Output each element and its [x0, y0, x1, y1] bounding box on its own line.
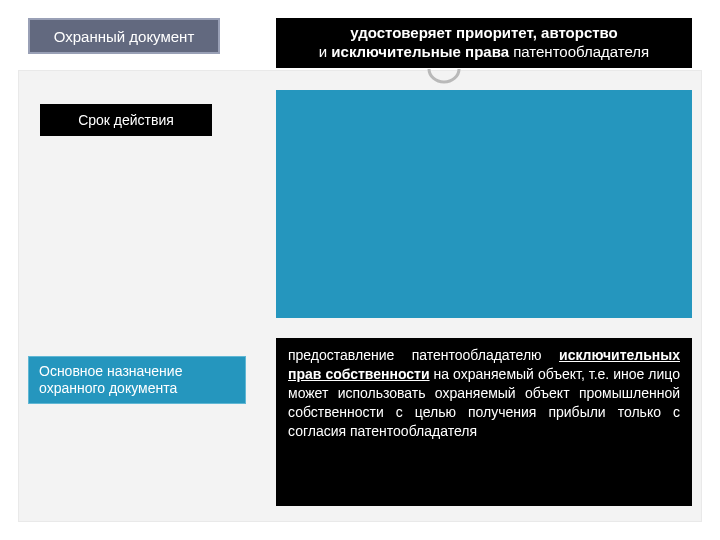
row1-body: удостоверяет приоритет, авторство и искл…	[276, 18, 692, 68]
row1-body-prefix: и	[319, 43, 332, 60]
row1-label-text: Охранный документ	[54, 28, 195, 45]
row3-label-line1: Основное назначение	[39, 363, 182, 381]
row1-body-line2: и исключительные права патентообладателя	[319, 43, 649, 62]
row2-label-text: Срок действия	[78, 112, 174, 128]
row3-body-pre: предоставление патентообладателю	[288, 347, 559, 363]
row3-body: предоставление патентообладателю исключи…	[276, 338, 692, 506]
row1-label: Охранный документ	[28, 18, 220, 54]
row1-body-line1: удостоверяет приоритет, авторство	[350, 24, 618, 43]
row2-label: Срок действия	[40, 104, 212, 136]
row2-body	[276, 90, 692, 318]
row1-body-suffix: патентообладателя	[509, 43, 649, 60]
row3-label: Основное назначение охранного документа	[28, 356, 246, 404]
row1-body-strong2: исключительные права	[331, 43, 509, 60]
row3-label-line2: охранного документа	[39, 380, 177, 398]
